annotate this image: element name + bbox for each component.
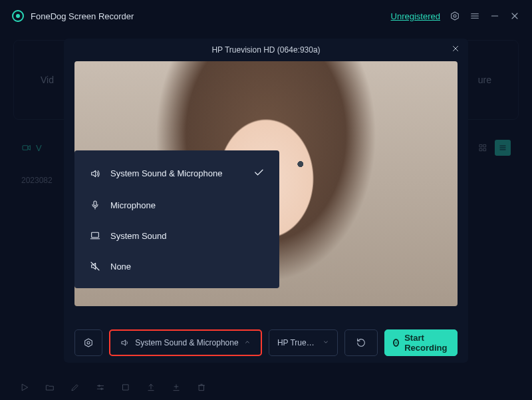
- restart-button[interactable]: [344, 329, 378, 356]
- menu-item-label: None: [110, 262, 131, 272]
- camera-device-dropdown[interactable]: HP Truevi...: [269, 329, 338, 356]
- menu-item-microphone[interactable]: Microphone: [74, 190, 279, 220]
- camera-device-label: HP Truevi...: [277, 338, 317, 347]
- check-icon: [253, 166, 265, 180]
- trash-icon[interactable]: [197, 383, 206, 392]
- folder-icon[interactable]: [45, 383, 55, 392]
- tab-video-partial: Vid: [41, 75, 54, 85]
- menu-icon[interactable]: [469, 11, 480, 21]
- title-right: Unregistered: [391, 11, 520, 21]
- app-title: FoneDog Screen Recorder: [31, 11, 134, 21]
- record-icon: [393, 339, 399, 347]
- svg-rect-13: [483, 148, 486, 151]
- chevron-down-icon: [323, 339, 329, 347]
- title-bar: FoneDog Screen Recorder Unregistered: [0, 0, 532, 32]
- svg-marker-19: [92, 170, 96, 176]
- menu-item-label: System Sound & Microphone: [110, 168, 222, 178]
- modal-settings-button[interactable]: [74, 329, 102, 356]
- expand-icon[interactable]: [121, 383, 130, 392]
- svg-marker-0: [452, 12, 459, 20]
- speaker-icon: [89, 168, 101, 180]
- svg-marker-26: [85, 339, 92, 347]
- menu-item-label: Microphone: [110, 200, 156, 210]
- list-view-button[interactable]: [495, 140, 511, 156]
- start-recording-button[interactable]: Start Recording: [384, 329, 458, 356]
- app-logo-icon: [12, 10, 24, 22]
- menu-item-system-and-mic[interactable]: System Sound & Microphone: [74, 157, 279, 190]
- microphone-icon: [89, 199, 101, 211]
- play-icon[interactable]: [20, 383, 29, 392]
- start-recording-label: Start Recording: [404, 333, 449, 353]
- tab-capture-partial: ure: [478, 75, 491, 85]
- minimize-icon[interactable]: [489, 11, 500, 21]
- laptop-icon: [89, 230, 101, 242]
- upload-icon[interactable]: [146, 383, 156, 392]
- modal-header: HP Truevision HD (064e:930a): [64, 39, 468, 61]
- title-left: FoneDog Screen Recorder: [12, 10, 134, 22]
- svg-rect-8: [23, 146, 28, 150]
- svg-point-1: [454, 15, 456, 17]
- svg-rect-39: [200, 385, 204, 391]
- grid-view-button[interactable]: [475, 140, 491, 156]
- chevron-up-icon: [244, 339, 251, 347]
- svg-rect-22: [92, 232, 99, 237]
- sliders-icon[interactable]: [96, 383, 105, 392]
- svg-rect-11: [483, 144, 486, 147]
- svg-rect-34: [123, 385, 128, 390]
- menu-item-system-sound[interactable]: System Sound: [74, 220, 279, 251]
- webcam-modal: HP Truevision HD (064e:930a) System Soun…: [64, 39, 468, 363]
- bottom-toolbar: [20, 383, 206, 392]
- menu-item-label: System Sound: [110, 231, 167, 241]
- audio-source-label: System Sound & Microphone: [135, 338, 238, 347]
- menu-item-none[interactable]: None: [74, 251, 279, 282]
- svg-marker-29: [23, 384, 28, 390]
- svg-rect-10: [479, 144, 482, 147]
- add-icon[interactable]: [172, 383, 181, 392]
- speaker-muted-icon: [89, 260, 101, 272]
- camera-pill[interactable]: V: [21, 142, 42, 153]
- audio-source-menu: System Sound & Microphone Microphone Sys…: [74, 150, 279, 288]
- modal-controls: System Sound & Microphone HP Truevi... S…: [64, 320, 468, 363]
- registration-status-link[interactable]: Unregistered: [391, 11, 440, 21]
- close-icon[interactable]: [451, 44, 460, 55]
- modal-title: HP Truevision HD (064e:930a): [211, 45, 320, 55]
- svg-rect-12: [479, 148, 482, 151]
- svg-rect-20: [94, 201, 96, 206]
- close-window-icon[interactable]: [509, 11, 520, 21]
- view-toggles: [475, 140, 511, 156]
- edit-icon[interactable]: [70, 383, 80, 392]
- camera-pill-label: V: [36, 143, 42, 153]
- svg-marker-28: [122, 340, 125, 345]
- settings-icon[interactable]: [450, 11, 460, 21]
- svg-point-27: [87, 341, 90, 344]
- audio-source-dropdown[interactable]: System Sound & Microphone: [109, 329, 262, 356]
